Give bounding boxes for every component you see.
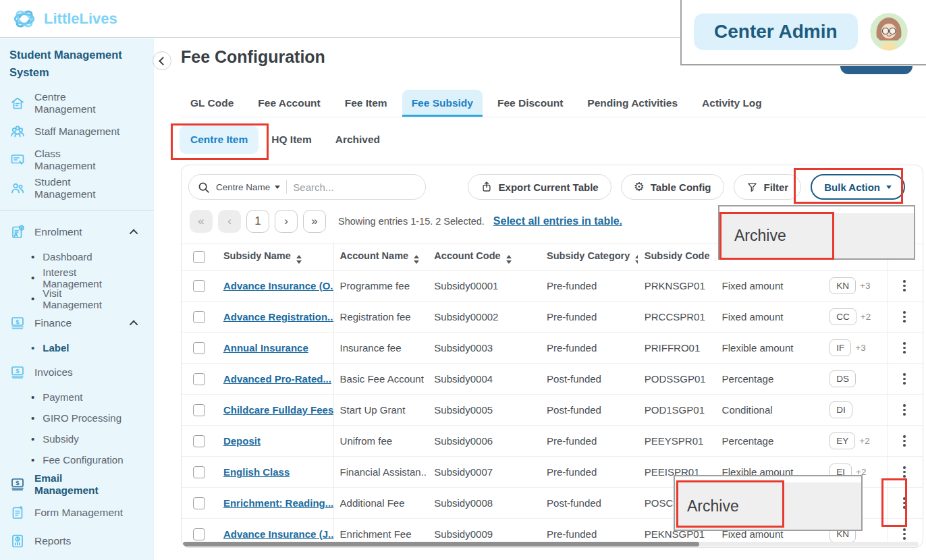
account-code-cell: Subsidy0003 — [427, 342, 540, 354]
sidebar-item[interactable]: • Invoices — [9, 358, 154, 387]
tab[interactable]: GL Code — [181, 90, 243, 117]
row-actions-kebab[interactable] — [899, 308, 910, 325]
subsidy-category-cell: Post-funded — [540, 497, 638, 509]
account-code-cell: Subsidy0004 — [427, 373, 540, 385]
sidebar-item[interactable]: • Student Management — [9, 174, 154, 202]
subsidy-name-link[interactable]: Annual Insurance — [223, 342, 308, 354]
subtab[interactable]: Centre Item — [180, 125, 258, 154]
sidebar-item[interactable]: • Visit Management — [9, 288, 154, 309]
prev-page-button[interactable]: ‹ — [218, 210, 241, 233]
row-actions-kebab[interactable] — [899, 277, 910, 294]
search-bar[interactable]: Centre Name — [188, 174, 426, 200]
row-checkbox[interactable] — [193, 342, 205, 354]
first-page-button[interactable]: « — [190, 210, 213, 233]
centre-tag: DS — [829, 370, 856, 387]
bulk-action-button[interactable]: Bulk Action — [811, 174, 905, 200]
sidebar-item[interactable]: • Fee Configuration — [9, 449, 154, 470]
horizontal-scrollbar[interactable] — [183, 542, 919, 547]
next-page-button[interactable]: › — [275, 210, 298, 233]
brand[interactable]: LittleLives — [11, 5, 117, 32]
row-actions-kebab[interactable] — [899, 370, 910, 387]
create-button-partial[interactable] — [840, 66, 913, 74]
subsidy-name-link[interactable]: Advance Insurance (J... — [223, 528, 333, 540]
sidebar-item[interactable]: • Class Management — [9, 146, 154, 174]
sidebar-item[interactable]: • Dashboard — [9, 246, 154, 267]
row-checkbox[interactable] — [193, 497, 205, 509]
sidebar-item[interactable]: • Staff Management — [9, 117, 154, 146]
row-checkbox[interactable] — [193, 435, 205, 447]
subsidy-code-cell: PRCCSPR01 — [638, 311, 715, 323]
row-actions-kebab[interactable] — [899, 401, 910, 418]
subsidy-name-link[interactable]: Advanced Pro-Rated... — [223, 373, 331, 385]
table-config-button[interactable]: ⚙ Table Config — [621, 174, 724, 200]
row-checkbox[interactable] — [193, 466, 205, 478]
subsidy-name-link[interactable]: Enrichment: Reading... — [223, 497, 333, 509]
sidebar-item-label: Label — [43, 342, 69, 354]
bullet-icon: • — [31, 293, 34, 304]
tab[interactable]: Fee Item — [335, 90, 397, 117]
subsidy-type-cell: Percentage — [715, 373, 823, 385]
subsidy-name-link[interactable]: Advance Registration... — [223, 311, 333, 323]
sidebar-item[interactable]: • Finance — [9, 309, 154, 337]
tab[interactable]: Fee Discount — [488, 90, 572, 117]
sidebar-item-label: Subsidy — [43, 433, 78, 445]
export-icon — [481, 181, 493, 193]
user-role-badge[interactable]: Center Admin — [694, 13, 858, 50]
row-checkbox[interactable] — [193, 311, 205, 323]
subsidy-name-link[interactable]: Deposit — [223, 435, 261, 447]
account-code-cell: Subsidy0008 — [427, 497, 540, 509]
tab[interactable]: Pending Activities — [578, 90, 687, 117]
col-header-account-name[interactable]: Account Name — [333, 250, 428, 264]
subsidy-name-link[interactable]: English Class — [223, 466, 290, 478]
sidebar-collapse-button[interactable] — [153, 51, 171, 70]
sidebar-item[interactable]: • Centre Management — [9, 89, 154, 117]
sidebar-item[interactable]: • Email Management — [9, 470, 154, 499]
archive-menu-item[interactable]: Archive — [719, 213, 914, 258]
sidebar-item[interactable]: • Form Management — [9, 499, 154, 527]
search-input[interactable] — [293, 181, 394, 193]
tab[interactable]: Fee Subsidy — [402, 90, 483, 117]
tab[interactable]: Fee Account — [248, 90, 329, 117]
row-actions-kebab[interactable] — [899, 339, 910, 356]
sidebar-item[interactable]: • Enrolment — [9, 218, 154, 246]
subtab[interactable]: Archived — [325, 125, 391, 154]
current-page-indicator[interactable]: 1 — [246, 210, 269, 233]
account-code-cell: Subsidy00002 — [427, 311, 540, 323]
bullet-icon: • — [31, 433, 34, 445]
select-all-checkbox[interactable] — [193, 251, 205, 263]
sidebar-item[interactable]: • Interest Management — [9, 267, 154, 288]
row-checkbox[interactable] — [193, 280, 205, 292]
col-header-subsidy-category[interactable]: Subsidy Category — [540, 250, 638, 264]
row-actions-kebab[interactable] — [899, 526, 910, 542]
col-header-subsidy-code[interactable]: Subsidy Code — [638, 250, 715, 264]
subsidy-name-link[interactable]: Childcare Fullday Fees — [223, 404, 333, 416]
select-all-entries-link[interactable]: Select all entries in table. — [493, 215, 622, 227]
export-table-button[interactable]: Export Current Table — [468, 174, 611, 200]
search-category-select[interactable]: Centre Name — [216, 182, 280, 192]
sidebar-item[interactable]: • Payment — [9, 387, 154, 408]
archive-menu-item[interactable]: Archive — [675, 482, 861, 530]
bulk-action-dropdown: Archive — [718, 205, 915, 260]
last-page-button[interactable]: » — [303, 210, 326, 233]
account-name-cell: Start Up Grant — [333, 404, 428, 416]
sidebar-item[interactable]: • GIRO Processing — [9, 408, 154, 428]
col-header-account-code[interactable]: Account Code — [427, 250, 540, 264]
sidebar-title: Student Management System — [9, 47, 154, 81]
col-header-subsidy-name[interactable]: Subsidy Name — [217, 250, 333, 264]
row-actions-kebab[interactable] — [899, 464, 910, 480]
sidebar-item[interactable]: • Reports — [9, 527, 154, 555]
filter-button[interactable]: Filter — [734, 174, 802, 200]
row-checkbox[interactable] — [193, 373, 205, 385]
row-checkbox[interactable] — [193, 404, 205, 416]
sidebar-item[interactable]: • Label — [9, 337, 154, 358]
subsidy-name-link[interactable]: Advance Insurance (O... — [223, 280, 333, 291]
sidebar-item[interactable]: • — [0, 210, 154, 211]
row-checkbox[interactable] — [193, 528, 205, 540]
row-actions-kebab[interactable] — [899, 495, 910, 511]
scrollbar-thumb[interactable] — [183, 542, 699, 547]
subtab[interactable]: HQ Item — [261, 125, 322, 154]
tab[interactable]: Activity Log — [692, 90, 771, 117]
sidebar-item[interactable]: • Subsidy — [9, 428, 154, 449]
row-actions-kebab[interactable] — [899, 432, 910, 449]
user-avatar[interactable] — [870, 13, 908, 51]
